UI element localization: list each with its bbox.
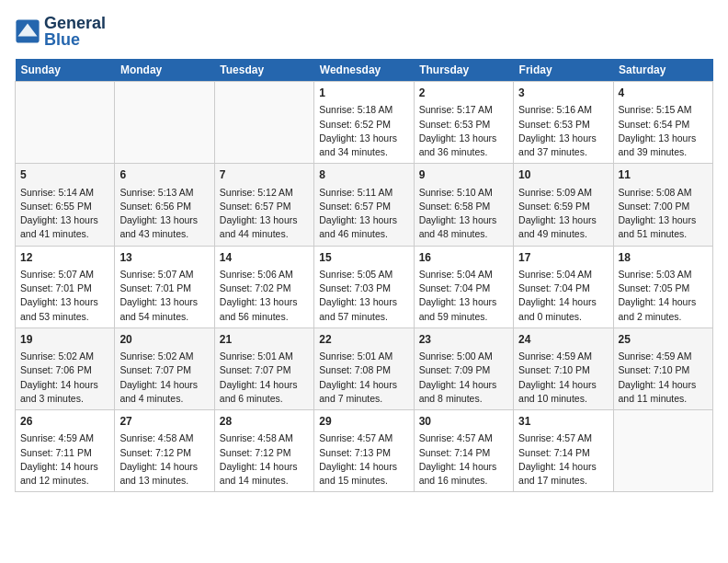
- day-info: Sunrise: 5:04 AM: [419, 268, 508, 282]
- day-number: 10: [518, 167, 608, 183]
- day-info: and 14 minutes.: [220, 474, 309, 488]
- calendar-table: SundayMondayTuesdayWednesdayThursdayFrid…: [15, 59, 713, 492]
- day-info: Daylight: 13 hours: [619, 213, 708, 227]
- day-number: 31: [518, 414, 608, 430]
- day-number: 4: [619, 86, 708, 101]
- day-info: and 11 minutes.: [619, 392, 708, 406]
- day-info: Sunrise: 4:58 AM: [119, 431, 209, 445]
- day-info: Daylight: 14 hours: [119, 378, 209, 392]
- day-info: Daylight: 14 hours: [220, 460, 309, 474]
- day-info: Daylight: 14 hours: [20, 378, 109, 392]
- day-info: Sunrise: 4:57 AM: [319, 431, 408, 445]
- week-row-1: 1Sunrise: 5:18 AMSunset: 6:52 PMDaylight…: [16, 82, 713, 164]
- header-sunday: Sunday: [16, 59, 115, 82]
- day-number: 13: [119, 250, 209, 266]
- day-info: Daylight: 14 hours: [619, 378, 708, 392]
- day-info: Daylight: 13 hours: [20, 213, 109, 227]
- header-saturday: Saturday: [613, 59, 712, 82]
- day-number: 23: [419, 332, 508, 348]
- day-number: 24: [518, 332, 608, 348]
- week-row-3: 12Sunrise: 5:07 AMSunset: 7:01 PMDayligh…: [16, 246, 713, 327]
- day-info: Sunrise: 5:07 AM: [119, 268, 209, 282]
- day-info: and 7 minutes.: [319, 392, 408, 406]
- day-info: Daylight: 14 hours: [619, 295, 708, 309]
- day-info: Sunrise: 5:08 AM: [619, 186, 708, 200]
- day-info: Sunset: 7:01 PM: [119, 282, 209, 295]
- logo-text: General Blue: [44, 15, 106, 48]
- calendar-cell: 3Sunrise: 5:16 AMSunset: 6:53 PMDaylight…: [514, 82, 613, 164]
- day-info: Sunset: 7:01 PM: [20, 282, 109, 295]
- day-info: and 12 minutes.: [20, 474, 109, 488]
- day-info: Sunrise: 4:59 AM: [518, 350, 608, 363]
- day-info: and 4 minutes.: [119, 392, 209, 406]
- logo: General Blue: [15, 15, 106, 48]
- day-info: Daylight: 13 hours: [518, 213, 608, 227]
- day-info: Sunrise: 5:10 AM: [419, 186, 508, 200]
- day-info: Sunset: 7:07 PM: [119, 363, 209, 377]
- calendar-cell: 29Sunrise: 4:57 AMSunset: 7:13 PMDayligh…: [314, 410, 414, 492]
- day-number: 20: [119, 332, 209, 348]
- day-info: Sunset: 7:14 PM: [419, 446, 508, 460]
- day-number: 15: [319, 250, 408, 266]
- day-info: Daylight: 13 hours: [319, 132, 408, 145]
- day-info: and 41 minutes.: [20, 227, 109, 241]
- day-info: and 16 minutes.: [419, 474, 508, 488]
- day-number: 25: [619, 332, 708, 348]
- day-info: Sunrise: 4:58 AM: [220, 431, 309, 445]
- calendar-cell: 31Sunrise: 4:57 AMSunset: 7:14 PMDayligh…: [514, 410, 613, 492]
- calendar-cell: 8Sunrise: 5:11 AMSunset: 6:57 PMDaylight…: [314, 164, 414, 246]
- day-info: and 0 minutes.: [518, 310, 608, 324]
- day-info: Daylight: 13 hours: [419, 295, 508, 309]
- calendar-cell: 24Sunrise: 4:59 AMSunset: 7:10 PMDayligh…: [514, 327, 613, 409]
- day-number: 6: [119, 167, 209, 183]
- day-info: and 49 minutes.: [518, 227, 608, 241]
- calendar-cell: 6Sunrise: 5:13 AMSunset: 6:56 PMDaylight…: [115, 164, 214, 246]
- day-info: Daylight: 14 hours: [20, 460, 109, 474]
- day-info: and 59 minutes.: [419, 310, 508, 324]
- day-number: 29: [319, 414, 408, 430]
- day-number: 30: [419, 414, 508, 430]
- calendar-cell: 19Sunrise: 5:02 AMSunset: 7:06 PMDayligh…: [16, 327, 115, 409]
- day-number: 26: [20, 414, 109, 430]
- day-info: Sunset: 7:06 PM: [20, 363, 109, 377]
- calendar-cell: 30Sunrise: 4:57 AMSunset: 7:14 PMDayligh…: [414, 410, 513, 492]
- calendar-cell: [115, 82, 214, 164]
- day-info: Daylight: 14 hours: [419, 460, 508, 474]
- day-info: Daylight: 13 hours: [319, 213, 408, 227]
- week-row-4: 19Sunrise: 5:02 AMSunset: 7:06 PMDayligh…: [16, 327, 713, 409]
- calendar-cell: [613, 410, 712, 492]
- day-info: Sunset: 6:57 PM: [319, 200, 408, 213]
- calendar-cell: 18Sunrise: 5:03 AMSunset: 7:05 PMDayligh…: [613, 246, 712, 327]
- header-monday: Monday: [115, 59, 214, 82]
- day-number: 18: [619, 250, 708, 266]
- day-info: Sunrise: 5:02 AM: [119, 350, 209, 363]
- day-info: and 44 minutes.: [220, 227, 309, 241]
- day-info: Daylight: 13 hours: [319, 295, 408, 309]
- day-info: Sunset: 7:11 PM: [20, 446, 109, 460]
- day-number: 9: [419, 167, 508, 183]
- day-info: Daylight: 14 hours: [518, 378, 608, 392]
- calendar-cell: 21Sunrise: 5:01 AMSunset: 7:07 PMDayligh…: [214, 327, 313, 409]
- day-number: 17: [518, 250, 608, 266]
- day-info: Sunset: 6:53 PM: [419, 118, 508, 132]
- day-number: 3: [518, 86, 608, 101]
- day-info: Sunset: 7:02 PM: [220, 282, 309, 295]
- day-info: Sunrise: 5:13 AM: [119, 186, 209, 200]
- day-number: 12: [20, 250, 109, 266]
- calendar-cell: 28Sunrise: 4:58 AMSunset: 7:12 PMDayligh…: [214, 410, 313, 492]
- day-info: Sunset: 6:53 PM: [518, 118, 608, 132]
- calendar-cell: 16Sunrise: 5:04 AMSunset: 7:04 PMDayligh…: [414, 246, 513, 327]
- calendar-cell: 13Sunrise: 5:07 AMSunset: 7:01 PMDayligh…: [115, 246, 214, 327]
- day-number: 28: [220, 414, 309, 430]
- calendar-cell: [16, 82, 115, 164]
- day-info: Daylight: 14 hours: [518, 295, 608, 309]
- day-number: 21: [220, 332, 309, 348]
- day-info: Daylight: 13 hours: [419, 132, 508, 145]
- day-number: 22: [319, 332, 408, 348]
- calendar-cell: 15Sunrise: 5:05 AMSunset: 7:03 PMDayligh…: [314, 246, 414, 327]
- day-info: Sunrise: 5:00 AM: [419, 350, 508, 363]
- calendar-cell: 10Sunrise: 5:09 AMSunset: 6:59 PMDayligh…: [514, 164, 613, 246]
- calendar-cell: 7Sunrise: 5:12 AMSunset: 6:57 PMDaylight…: [214, 164, 313, 246]
- day-info: Sunrise: 5:14 AM: [20, 186, 109, 200]
- day-info: Sunrise: 4:57 AM: [518, 431, 608, 445]
